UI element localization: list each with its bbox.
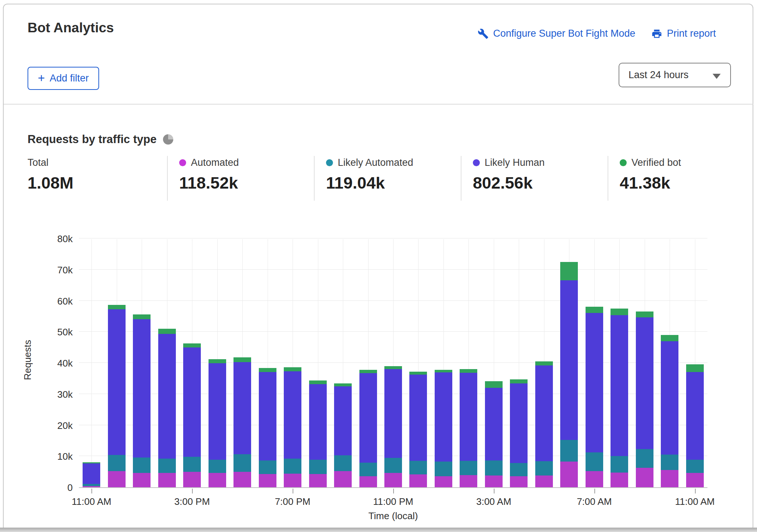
bar-segment-likely-human	[661, 341, 678, 455]
bar-segment-automated	[284, 474, 301, 487]
bar-segment-verified-bot	[158, 329, 176, 334]
bar-segment-verified-bot	[309, 380, 327, 384]
bar-segment-likely-automated	[183, 457, 201, 472]
bar-segment-likely-automated	[284, 459, 301, 474]
bar-segment-likely-automated	[359, 463, 377, 476]
stat-likely-human-label: Likely Human	[485, 157, 545, 168]
y-tick-label: 80k	[32, 233, 73, 245]
bar-segment-likely-human	[435, 372, 452, 461]
bar-segment-likely-human	[409, 375, 427, 461]
y-tick-label: 50k	[32, 327, 73, 338]
print-link-label: Print report	[667, 28, 716, 39]
stat-likely-human: Likely Human 802.56k	[473, 157, 545, 193]
x-tick-label: 7:00 AM	[561, 496, 627, 507]
stat-likely-automated-label: Likely Automated	[338, 157, 413, 168]
bar-segment-verified-bot	[435, 370, 452, 373]
bar-segment-verified-bot	[586, 307, 603, 313]
bar-segment-likely-automated	[259, 460, 276, 474]
print-report-link[interactable]: Print report	[651, 28, 716, 39]
x-axis-tick	[192, 489, 193, 493]
stat-total-value: 1.08M	[28, 174, 73, 193]
bar-segment-automated	[611, 473, 628, 487]
bar-segment-verified-bot	[560, 262, 578, 281]
y-tick-label: 10k	[32, 451, 73, 462]
bar-segment-automated	[686, 473, 704, 487]
bar-segment-likely-automated	[233, 454, 251, 472]
add-filter-button[interactable]: + Add filter	[28, 67, 99, 90]
bar-segment-likely-human	[209, 363, 226, 460]
stat-total: Total 1.08M	[28, 157, 73, 193]
bar-segment-likely-automated	[686, 460, 704, 473]
x-tick-label: 7:00 PM	[260, 496, 326, 507]
x-axis-tick	[293, 489, 293, 493]
x-axis-tick	[393, 489, 394, 493]
bar-segment-automated	[259, 474, 276, 487]
header-links: Configure Super Bot Fight Mode Print rep…	[478, 28, 716, 39]
bar-segment-automated	[209, 473, 226, 487]
verified-bot-dot	[620, 159, 627, 166]
stat-automated-label: Automated	[191, 157, 239, 168]
gridline-horizontal	[79, 238, 707, 238]
bar-segment-automated	[535, 475, 553, 487]
bar-segment-verified-bot	[359, 370, 377, 373]
x-tick-label: 11:00 AM	[662, 496, 728, 507]
x-axis-tick	[695, 489, 696, 493]
y-tick-label: 30k	[32, 389, 73, 400]
bar-segment-automated	[133, 473, 151, 487]
bar-segment-likely-automated	[158, 459, 176, 473]
bar-segment-likely-automated	[409, 461, 427, 474]
bar-segment-likely-human	[108, 309, 126, 455]
bar-segment-automated	[560, 462, 578, 487]
stat-divider	[314, 156, 315, 201]
bar-segment-likely-automated	[83, 484, 100, 486]
bar-segment-verified-bot	[686, 364, 704, 372]
bar-segment-likely-human	[535, 365, 553, 461]
bar-segment-verified-bot	[535, 361, 553, 365]
stat-likely-automated-value: 119.04k	[326, 174, 413, 193]
bar-segment-likely-human	[284, 371, 301, 459]
bar-segment-automated	[485, 475, 503, 487]
time-range-select[interactable]: Last 24 hours	[619, 63, 731, 87]
bar-segment-likely-human	[83, 463, 100, 484]
bar-segment-likely-human	[460, 373, 477, 461]
bar-segment-likely-human	[611, 315, 628, 456]
bar-segment-likely-human	[233, 362, 251, 454]
bar-segment-likely-human	[259, 372, 276, 460]
x-axis-title: Time (local)	[338, 510, 448, 522]
bar-segment-likely-automated	[535, 461, 553, 475]
header-divider	[4, 104, 753, 105]
bar-segment-automated	[636, 468, 653, 487]
bar-segment-verified-bot	[108, 305, 126, 309]
chevron-down-icon	[713, 74, 721, 79]
bar-segment-likely-automated	[309, 460, 327, 474]
configure-link-label: Configure Super Bot Fight Mode	[493, 28, 635, 39]
bar-segment-likely-human	[183, 347, 201, 457]
bar-segment-automated	[158, 473, 176, 487]
stat-likely-human-value: 802.56k	[473, 174, 545, 193]
bar-segment-verified-bot	[409, 372, 427, 375]
y-tick-label: 20k	[32, 420, 73, 431]
bar-segment-likely-automated	[435, 462, 452, 477]
bar-segment-verified-bot	[83, 462, 100, 463]
configure-super-bot-fight-mode-link[interactable]: Configure Super Bot Fight Mode	[478, 28, 635, 39]
stat-total-label: Total	[28, 157, 48, 168]
stat-automated-value: 118.52k	[179, 174, 239, 193]
bar-segment-verified-bot	[636, 311, 653, 317]
bar-segment-verified-bot	[661, 335, 678, 341]
bar-segment-verified-bot	[259, 368, 276, 372]
bar-segment-automated	[83, 486, 100, 487]
likely-human-dot	[473, 159, 480, 166]
bar-segment-verified-bot	[460, 369, 477, 373]
y-tick-label: 60k	[32, 296, 73, 307]
y-tick-label: 0	[32, 482, 73, 493]
bar-segment-automated	[108, 471, 126, 487]
plot-area	[79, 239, 707, 488]
bar-segment-automated	[460, 475, 477, 487]
stat-divider	[167, 156, 168, 201]
plus-icon: +	[38, 72, 45, 84]
bar-segment-likely-human	[636, 317, 653, 449]
bar-segment-likely-automated	[661, 455, 678, 470]
stat-likely-automated: Likely Automated 119.04k	[326, 157, 413, 193]
x-tick-label: 11:00 PM	[360, 496, 426, 507]
bar-segment-likely-human	[334, 386, 352, 455]
